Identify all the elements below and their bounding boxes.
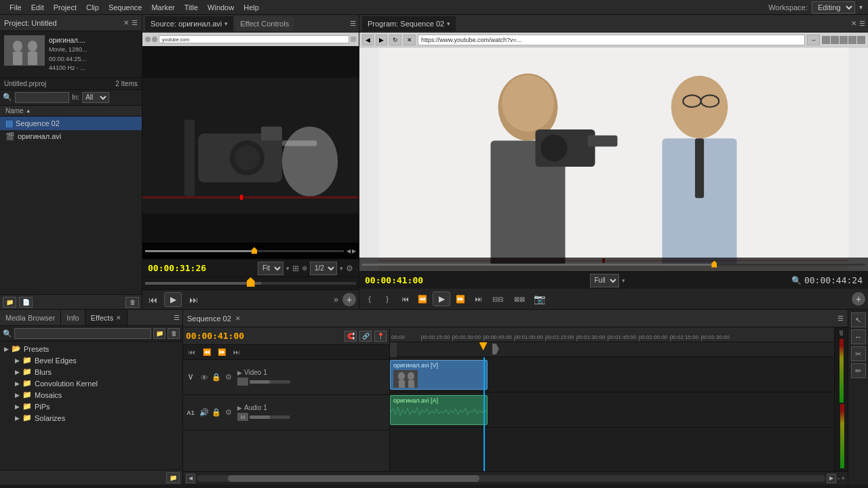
project-search-input[interactable] bbox=[15, 92, 69, 103]
tool-pen-button[interactable]: ✏ bbox=[851, 363, 866, 378]
program-extract-button[interactable]: ⊠⊠ bbox=[510, 291, 529, 306]
info-tab[interactable]: Info bbox=[61, 310, 85, 325]
tl-scroll-left-button[interactable]: ◀ bbox=[186, 474, 195, 483]
video-track-eye-button[interactable]: 👁 bbox=[198, 373, 210, 382]
list-item-sequence[interactable]: ▤ Sequence 02 bbox=[0, 117, 142, 130]
tl-markers-button[interactable]: 📍 bbox=[374, 331, 387, 342]
effects-new-folder-button[interactable]: 📁 bbox=[166, 472, 180, 483]
source-zoom-button[interactable]: ⊕ bbox=[302, 264, 307, 272]
effects-search-input[interactable] bbox=[14, 328, 151, 339]
source-zoom-select[interactable]: 1/2 bbox=[310, 262, 337, 275]
source-scrub-bar[interactable] bbox=[142, 277, 359, 290]
source-play-button[interactable]: ▶ bbox=[164, 292, 182, 307]
timeline-ruler[interactable]: 00:00 00:00:15:00 00:00:30:00 00:00:45:0… bbox=[390, 327, 834, 342]
program-tab-dropdown-icon[interactable]: ▾ bbox=[447, 20, 450, 27]
effects-new-bin-button[interactable]: 📁 bbox=[153, 328, 165, 339]
timeline-playhead-marker[interactable] bbox=[479, 342, 488, 350]
media-browser-tab[interactable]: Media Browser bbox=[0, 310, 61, 325]
source-split-button[interactable]: ⊞ bbox=[292, 264, 299, 273]
menu-project[interactable]: Project bbox=[50, 2, 81, 13]
tl-zoom-in-button[interactable]: + bbox=[841, 474, 845, 482]
search-in-select[interactable]: All bbox=[82, 92, 109, 103]
tool-razor-button[interactable]: ✂ bbox=[851, 346, 866, 361]
menu-file[interactable]: File bbox=[5, 2, 26, 13]
program-fit-select[interactable]: Full bbox=[590, 274, 619, 287]
effects-tab-close-icon[interactable]: ✕ bbox=[116, 314, 121, 321]
timeline-scrollbar-track[interactable] bbox=[197, 475, 825, 482]
new-bin-button[interactable]: 📁 bbox=[3, 297, 16, 308]
tl-go-to-in-button[interactable]: ⏮ bbox=[186, 346, 198, 359]
project-panel-close-icon[interactable]: ✕ bbox=[123, 19, 129, 26]
timeline-scrub-area[interactable] bbox=[390, 342, 834, 357]
video-track-expand-icon[interactable]: ▶ bbox=[237, 369, 242, 376]
program-go-in-button[interactable]: ⏮ bbox=[397, 291, 412, 306]
effects-delete-button[interactable]: 🗑 bbox=[167, 328, 180, 339]
menu-help[interactable]: Help bbox=[239, 2, 263, 13]
program-panel-close-icon[interactable]: ✕ bbox=[851, 20, 856, 27]
program-play-button[interactable]: ▶ bbox=[433, 291, 450, 306]
mosaics-folder[interactable]: ▶ 📁 Mosaics bbox=[0, 389, 182, 401]
browser-url-input[interactable] bbox=[418, 35, 805, 45]
tl-link-button[interactable]: 🔗 bbox=[359, 331, 372, 342]
program-fit-dropdown-icon[interactable]: ▾ bbox=[622, 277, 625, 284]
source-next-button[interactable]: ⏭ bbox=[186, 292, 201, 307]
program-add-marker-button[interactable]: + bbox=[852, 292, 865, 306]
program-camera-button[interactable]: 📷 bbox=[532, 291, 547, 306]
program-step-forward-button[interactable]: ⏩ bbox=[453, 291, 468, 306]
tl-zoom-out-button[interactable]: - bbox=[837, 474, 840, 482]
effects-panel-menu-icon[interactable]: ☰ bbox=[174, 314, 180, 321]
list-item-clip[interactable]: 🎬 оригинал.avi bbox=[0, 130, 142, 143]
program-step-back-button[interactable]: ⏪ bbox=[415, 291, 430, 306]
effect-controls-tab[interactable]: Effect Controls bbox=[235, 16, 294, 31]
timeline-timecode[interactable]: 00:00:41:00 bbox=[186, 331, 244, 341]
tool-ripple-button[interactable]: ↔ bbox=[851, 329, 866, 344]
video-track-options-button[interactable]: ⚙ bbox=[222, 373, 235, 382]
source-add-button[interactable]: + bbox=[342, 293, 356, 306]
audio-track-speaker-button[interactable]: 🔊 bbox=[198, 408, 210, 417]
pips-folder[interactable]: ▶ 📁 PiPs bbox=[0, 401, 182, 412]
program-tab[interactable]: Program: Sequence 02 ▾ bbox=[362, 16, 456, 31]
menu-marker[interactable]: Marker bbox=[147, 2, 178, 13]
tool-selection-button[interactable]: ↖ bbox=[851, 312, 866, 327]
audio-track-lock-button[interactable]: 🔒 bbox=[210, 408, 222, 417]
source-fit-dropdown-icon[interactable]: ▾ bbox=[286, 265, 290, 272]
tl-scroll-right-button[interactable]: ▶ bbox=[827, 474, 836, 483]
audio-track-expand-icon[interactable]: ▶ bbox=[237, 405, 242, 411]
workspace-dropdown-icon[interactable]: ▾ bbox=[859, 3, 863, 11]
source-settings-button[interactable]: ⚙ bbox=[346, 264, 353, 273]
tl-go-to-out-button[interactable]: ⏭ bbox=[231, 346, 243, 359]
browser-go-button[interactable]: → bbox=[807, 35, 820, 45]
workspace-select[interactable]: Editing bbox=[812, 1, 855, 14]
timeline-menu-icon[interactable]: ☰ bbox=[837, 314, 844, 322]
source-prev-button[interactable]: ⏮ bbox=[145, 292, 160, 307]
audio-track-options-button[interactable]: ⚙ bbox=[222, 408, 235, 417]
browser-forward-button[interactable]: ▶ bbox=[376, 35, 387, 45]
source-tab-dropdown-icon[interactable]: ▾ bbox=[224, 20, 228, 27]
menu-sequence[interactable]: Sequence bbox=[104, 2, 146, 13]
tl-snap-button[interactable]: 🧲 bbox=[344, 331, 357, 342]
source-tab[interactable]: Source: оригинал.avi ▾ bbox=[145, 16, 233, 31]
program-go-out-button[interactable]: ⏭ bbox=[471, 291, 486, 306]
presets-folder[interactable]: ▶ 📂 Presets bbox=[0, 343, 182, 354]
delete-item-button[interactable]: 🗑 bbox=[125, 297, 139, 308]
browser-back-button[interactable]: ◀ bbox=[362, 35, 374, 45]
source-panel-menu-icon[interactable]: ☰ bbox=[350, 20, 356, 27]
tl-step-back-button[interactable]: ⏪ bbox=[201, 346, 213, 359]
program-zoom-to-fit-button[interactable]: 🔍 bbox=[791, 276, 802, 285]
audio-clip[interactable]: оригинал.avi [A] bbox=[390, 395, 488, 425]
source-fit-select[interactable]: Fit bbox=[258, 262, 283, 275]
program-lift-button[interactable]: ⊟⊟ bbox=[488, 291, 507, 306]
menu-clip[interactable]: Clip bbox=[82, 2, 103, 13]
timeline-tab-close-icon[interactable]: ✕ bbox=[235, 315, 241, 322]
source-more-button[interactable]: » bbox=[334, 295, 338, 304]
video-clip[interactable]: оригинал.avi [V] bbox=[390, 360, 488, 390]
effects-tab[interactable]: Effects ✕ bbox=[85, 310, 127, 325]
menu-title[interactable]: Title bbox=[180, 2, 202, 13]
solarizes-folder[interactable]: ▶ 📁 Solarizes bbox=[0, 412, 182, 424]
blurs-folder[interactable]: ▶ 📁 Blurs bbox=[0, 366, 182, 378]
browser-refresh-button[interactable]: ↻ bbox=[389, 35, 401, 45]
source-timecode[interactable]: 00:00:31:26 bbox=[148, 263, 206, 273]
browser-stop-button[interactable]: ✕ bbox=[403, 35, 416, 45]
program-timecode[interactable]: 00:00:41:00 bbox=[365, 275, 423, 285]
program-panel-menu-icon[interactable]: ☰ bbox=[859, 20, 865, 27]
